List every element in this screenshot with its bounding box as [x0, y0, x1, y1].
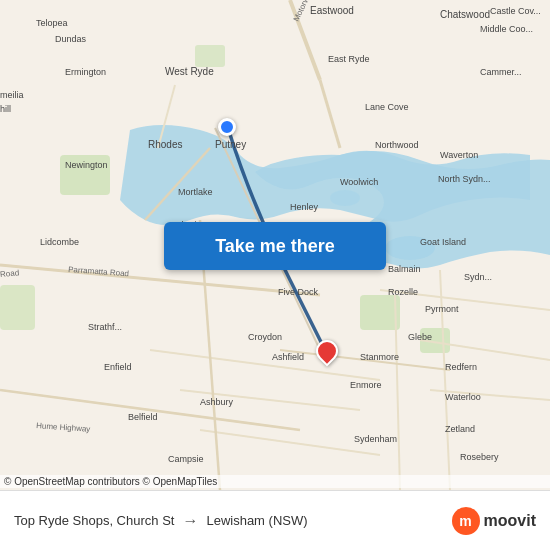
- svg-text:Waverton: Waverton: [440, 150, 478, 160]
- moovit-icon: m: [452, 507, 480, 535]
- svg-text:Telopea: Telopea: [36, 18, 68, 28]
- svg-text:Henley: Henley: [290, 202, 319, 212]
- svg-text:West Ryde: West Ryde: [165, 66, 214, 77]
- svg-text:hill: hill: [0, 104, 11, 114]
- svg-text:Ashfield: Ashfield: [272, 352, 304, 362]
- svg-text:Mortlake: Mortlake: [178, 187, 213, 197]
- svg-text:Balmain: Balmain: [388, 264, 421, 274]
- svg-rect-7: [195, 45, 225, 67]
- map-attribution: © OpenStreetMap contributors © OpenMapTi…: [0, 475, 550, 488]
- svg-text:Road: Road: [0, 268, 20, 279]
- take-me-there-button[interactable]: Take me there: [164, 222, 386, 270]
- svg-point-2: [330, 190, 360, 206]
- svg-text:Sydn...: Sydn...: [464, 272, 492, 282]
- svg-text:Lidcombe: Lidcombe: [40, 237, 79, 247]
- svg-text:Croydon: Croydon: [248, 332, 282, 342]
- svg-text:Glebe: Glebe: [408, 332, 432, 342]
- svg-text:Newington: Newington: [65, 160, 108, 170]
- destination-marker-circle: [311, 335, 342, 366]
- svg-text:Five Dock: Five Dock: [278, 287, 319, 297]
- svg-text:Middle Coo...: Middle Coo...: [480, 24, 533, 34]
- svg-text:Ashbury: Ashbury: [200, 397, 234, 407]
- destination-marker: [316, 340, 338, 368]
- origin-marker: [218, 118, 236, 136]
- svg-rect-4: [360, 295, 400, 330]
- svg-text:North Sydn...: North Sydn...: [438, 174, 491, 184]
- svg-text:Ermington: Ermington: [65, 67, 106, 77]
- svg-text:Pyrmont: Pyrmont: [425, 304, 459, 314]
- svg-text:Goat Island: Goat Island: [420, 237, 466, 247]
- svg-text:Rosebery: Rosebery: [460, 452, 499, 462]
- svg-text:meilia: meilia: [0, 90, 24, 100]
- map-container: Eastwood Chatswood Castle Cov... Middle …: [0, 0, 550, 490]
- svg-text:Stanmore: Stanmore: [360, 352, 399, 362]
- svg-text:Rozelle: Rozelle: [388, 287, 418, 297]
- arrow-icon: →: [182, 512, 198, 530]
- svg-text:Lane Cove: Lane Cove: [365, 102, 409, 112]
- bottom-bar: Top Ryde Shops, Church St → Lewisham (NS…: [0, 490, 550, 550]
- svg-text:Enfield: Enfield: [104, 362, 132, 372]
- svg-text:Zetland: Zetland: [445, 424, 475, 434]
- svg-text:Rhodes: Rhodes: [148, 139, 182, 150]
- svg-text:Cammer...: Cammer...: [480, 67, 522, 77]
- svg-text:Chatswood: Chatswood: [440, 9, 490, 20]
- svg-text:Redfern: Redfern: [445, 362, 477, 372]
- svg-text:Sydenham: Sydenham: [354, 434, 397, 444]
- svg-text:Strathf...: Strathf...: [88, 322, 122, 332]
- svg-rect-6: [0, 285, 35, 330]
- svg-text:Campsie: Campsie: [168, 454, 204, 464]
- svg-text:Castle Cov...: Castle Cov...: [490, 6, 541, 16]
- svg-text:Enmore: Enmore: [350, 380, 382, 390]
- moovit-text: moovit: [484, 512, 536, 530]
- route-info: Top Ryde Shops, Church St → Lewisham (NS…: [14, 512, 308, 530]
- svg-text:Putney: Putney: [215, 139, 246, 150]
- destination-label: Lewisham (NSW): [206, 513, 307, 528]
- origin-label: Top Ryde Shops, Church St: [14, 513, 174, 528]
- svg-text:Belfield: Belfield: [128, 412, 158, 422]
- svg-text:Northwood: Northwood: [375, 140, 419, 150]
- svg-text:Dundas: Dundas: [55, 34, 87, 44]
- svg-text:East Ryde: East Ryde: [328, 54, 370, 64]
- moovit-logo: m moovit: [452, 507, 536, 535]
- svg-text:Woolwich: Woolwich: [340, 177, 378, 187]
- svg-text:Waterloo: Waterloo: [445, 392, 481, 402]
- svg-text:Eastwood: Eastwood: [310, 5, 354, 16]
